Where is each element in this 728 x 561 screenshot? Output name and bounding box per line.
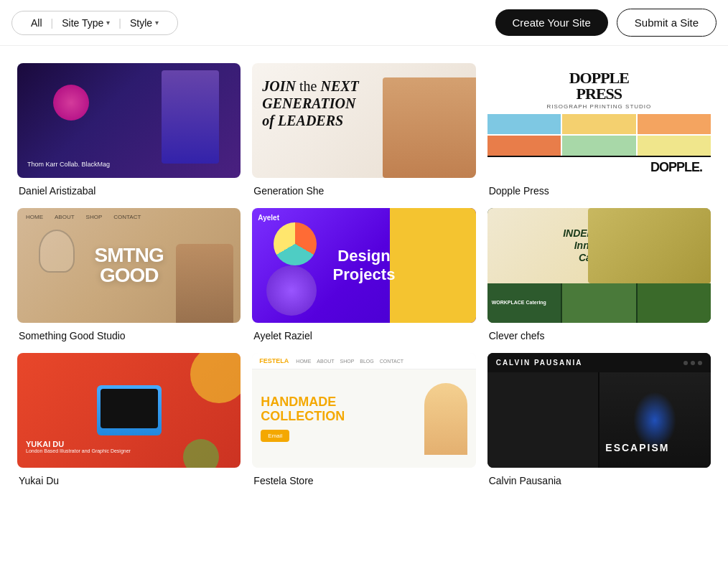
create-site-button[interactable]: Create Your Site: [495, 9, 608, 36]
calvin-dots: [683, 361, 702, 365]
site-type-chevron-icon: ▾: [106, 19, 110, 27]
fest-link-blog: BLOG: [360, 359, 373, 364]
header-actions: Create Your Site Submit a Site: [495, 9, 717, 37]
fest-link-about: ABOUT: [317, 359, 334, 364]
submit-site-button[interactable]: Submit a Site: [617, 9, 717, 37]
filter-site-type-button[interactable]: Site Type ▾: [56, 16, 116, 30]
header-bar: All | Site Type ▾ | Style ▾ Create Your …: [0, 0, 728, 46]
ayelet-brand-label: Ayelet: [258, 214, 279, 222]
grid-item-clever[interactable]: INDEPENDENTInnovativeCaterers WORKPLACE …: [482, 202, 717, 347]
generation-people: [383, 77, 476, 178]
separator-1: |: [48, 17, 57, 29]
filter-style-button[interactable]: Style ▾: [124, 16, 164, 30]
clever-thumb-3: [638, 283, 711, 323]
grid-item-calvin[interactable]: CALVIN PAUSANIA ESCAPISM Calvin Pausania: [482, 347, 717, 492]
yukai-laptop-deco: [97, 385, 162, 435]
filter-group: All | Site Type ▾ | Style ▾: [11, 11, 178, 35]
grid-item-festela[interactable]: FESTELA HOME ABOUT SHOP BLOG CONTACT HAN…: [246, 347, 481, 492]
something-mirror-deco: [39, 230, 75, 273]
daniel-overlay-text: Thom Karr Collab. BlackMag: [27, 160, 110, 169]
clever-thumb-1: WORKPLACE Catering: [487, 283, 561, 323]
color-block-6: [638, 136, 711, 156]
calvin-escapism-text: ESCAPISM: [605, 442, 669, 453]
clever-thumb-2: [562, 283, 635, 323]
clever-food-img-deco: [588, 208, 711, 283]
clever-bottom-thumbs: WORKPLACE Catering: [487, 283, 711, 323]
thumb-clever: INDEPENDENTInnovativeCaterers WORKPLACE …: [487, 208, 711, 323]
fest-link-contact: CONTACT: [380, 359, 403, 364]
festela-title: HANDMADE COLLECTION: [261, 395, 415, 424]
thumb-yukai: YUKAI DU London Based Illustrator and Gr…: [17, 353, 241, 468]
dopple-color-blocks: [487, 114, 711, 156]
calvin-label: Calvin Pausania: [487, 475, 711, 486]
generation-label: Generation She: [252, 185, 475, 197]
color-block-1: [487, 114, 561, 134]
festela-person-deco: [424, 383, 467, 455]
filter-site-type-label: Site Type: [62, 17, 103, 29]
calvin-header: CALVIN PAUSANIA: [487, 353, 711, 372]
dopple-brand: DOPPLEPRESS: [569, 70, 629, 102]
grid-item-dopple[interactable]: DOPPLEPRESS RISOGRAPH PRINTING STUDIO DO…: [482, 57, 717, 202]
clever-top-food: INDEPENDENTInnovativeCaterers: [487, 208, 711, 283]
ayelet-purple-circle-deco: [266, 265, 317, 316]
color-block-3: [638, 114, 711, 134]
calvin-dark-panel: [487, 372, 599, 468]
festela-title-line1: HANDMADE: [261, 395, 336, 409]
site-grid: Thom Karr Collab. BlackMag Daniel Aristi…: [0, 46, 728, 504]
grid-item-ayelet[interactable]: Ayelet DesignProjects Ayelet Raziel: [246, 202, 481, 347]
daniel-label: Daniel Aristizabal: [17, 185, 241, 197]
dopple-label: Dopple Press: [487, 185, 711, 197]
filter-all-button[interactable]: All: [25, 16, 48, 30]
festela-title-line2: COLLECTION: [261, 409, 345, 423]
grid-item-daniel[interactable]: Thom Karr Collab. BlackMag Daniel Aristi…: [11, 57, 246, 202]
grid-item-generation[interactable]: JOIN the NEXTGENERATIONof LEADERS Genera…: [246, 57, 481, 202]
thumb-dopple: DOPPLEPRESS RISOGRAPH PRINTING STUDIO DO…: [487, 63, 711, 178]
calvin-main: ESCAPISM: [487, 372, 711, 468]
clever-thumb-1-label: WORKPLACE Catering: [492, 300, 546, 306]
deco-orb: [53, 85, 89, 121]
yukai-deco-circle2: [183, 439, 219, 468]
festela-text-block: HANDMADE COLLECTION Email: [261, 395, 415, 442]
thumb-festela: FESTELA HOME ABOUT SHOP BLOG CONTACT HAN…: [252, 353, 475, 468]
thumb-generation: JOIN the NEXTGENERATIONof LEADERS: [252, 63, 475, 178]
festela-nav: FESTELA HOME ABOUT SHOP BLOG CONTACT: [252, 353, 475, 369]
color-block-2: [562, 114, 635, 134]
something-nav: HOME ABOUT SHOP CONTACT: [17, 208, 241, 226]
style-chevron-icon: ▾: [155, 19, 159, 27]
separator-2: |: [116, 17, 124, 29]
filter-style-label: Style: [130, 17, 152, 29]
ayelet-yellow-block: [390, 208, 476, 323]
fest-link-shop: SHOP: [340, 359, 354, 364]
festela-nav-links: HOME ABOUT SHOP BLOG CONTACT: [296, 359, 403, 364]
calvin-figure-deco: [599, 372, 711, 468]
color-block-5: [562, 136, 635, 156]
dot-2: [691, 361, 695, 365]
something-center-text: SMTNGGOOD: [95, 245, 164, 286]
fest-link-home: HOME: [296, 359, 311, 364]
thumb-ayelet: Ayelet DesignProjects: [252, 208, 475, 323]
nav-about: ABOUT: [55, 214, 75, 220]
dot-1: [683, 361, 688, 365]
nav-home: HOME: [26, 214, 43, 220]
dopple-bottom-banner: DOPPLE.: [487, 156, 711, 178]
thumb-something: HOME ABOUT SHOP CONTACT SMTNGGOOD: [17, 208, 241, 323]
generation-big-text: JOIN the NEXTGENERATIONof LEADERS: [262, 77, 358, 129]
yukai-laptop-screen: [101, 389, 158, 428]
yukai-deco-circle: [190, 353, 241, 403]
something-label: Something Good Studio: [17, 330, 241, 341]
yukai-sub: London Based Illustrator and Graphic Des…: [26, 448, 131, 453]
dopple-subtitle: RISOGRAPH PRINTING STUDIO: [546, 103, 651, 110]
festela-main: HANDMADE COLLECTION Email: [252, 369, 475, 468]
festela-label: Festela Store: [252, 475, 475, 486]
thumb-daniel: Thom Karr Collab. BlackMag: [17, 63, 241, 178]
something-figure-deco: [176, 244, 233, 323]
grid-item-something[interactable]: HOME ABOUT SHOP CONTACT SMTNGGOOD Someth…: [11, 202, 246, 347]
yukai-name-text: YUKAI DU London Based Illustrator and Gr…: [26, 440, 131, 453]
grid-item-yukai[interactable]: YUKAI DU London Based Illustrator and Gr…: [11, 347, 246, 492]
calvin-name: CALVIN PAUSANIA: [496, 359, 583, 367]
color-block-4: [487, 136, 561, 156]
festela-brand: FESTELA: [259, 357, 289, 364]
clever-label: Clever chefs: [487, 330, 711, 341]
ayelet-circles-deco: [274, 222, 317, 265]
dopple-top: DOPPLEPRESS RISOGRAPH PRINTING STUDIO: [487, 63, 711, 114]
